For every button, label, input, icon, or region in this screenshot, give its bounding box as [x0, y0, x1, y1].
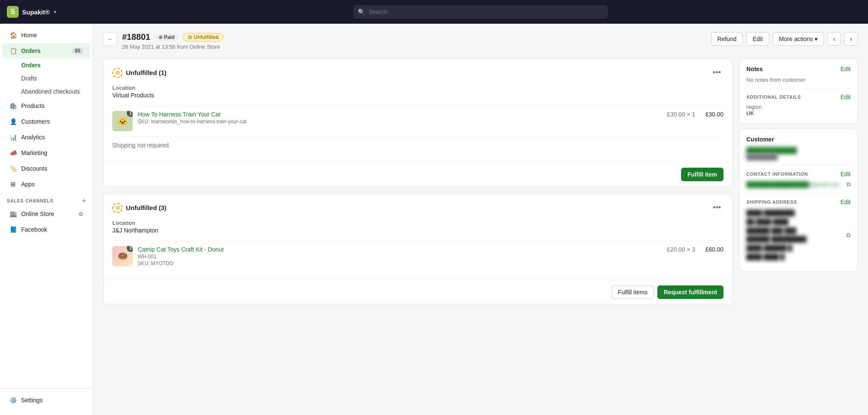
- product-price-1: £30.00 × 1: [667, 111, 696, 118]
- customer-card: Customer ████████████ ████████ CONTACT I…: [739, 129, 858, 271]
- edit-button[interactable]: Edit: [746, 32, 769, 46]
- shipping-address-row: ████ ████████ ██ ████ ████ ██████ ███ ██…: [746, 209, 851, 262]
- notes-card: Notes Edit No notes from customer ADDITI…: [739, 58, 858, 124]
- region-label: region: [746, 104, 851, 110]
- location-value-1: Virtual Products: [112, 92, 723, 99]
- sidebar-item-label-analytics: Analytics: [21, 134, 45, 141]
- fulfillment-card-1-body: ⊙ Unfulfilled (1) ••• Location Virtual P…: [104, 59, 732, 162]
- sidebar-sub-drafts[interactable]: Drafts: [3, 72, 90, 85]
- side-column: Notes Edit No notes from customer ADDITI…: [739, 58, 858, 311]
- shipping-address-title: SHIPPING ADDRESS Edit: [746, 199, 851, 205]
- sidebar-item-label-orders: Orders: [21, 47, 41, 54]
- fulfillment-card-2-body: ⊙ Unfulfilled (3) ••• Location J&J North…: [104, 194, 732, 280]
- page-header: ← #18801 Paid ⊙ Unfulfilled 26 May 2021 …: [103, 32, 858, 50]
- more-actions-button[interactable]: More actions ▾: [773, 32, 824, 46]
- shopify-logo-icon: S: [7, 6, 19, 18]
- sidebar-item-apps[interactable]: ⊞ Apps: [3, 177, 90, 192]
- sidebar-item-label-settings: Settings: [21, 397, 43, 404]
- sidebar-item-online-store[interactable]: 🏬 Online Store ⚙: [3, 206, 90, 221]
- contact-edit-button[interactable]: Edit: [840, 171, 851, 177]
- orders-icon: 📋: [9, 47, 17, 55]
- brand-dropdown-icon: ▾: [54, 9, 56, 15]
- fulfill-card-1-footer: Fulfill item: [104, 162, 732, 186]
- sidebar-item-orders[interactable]: 📋 Orders 85: [3, 43, 90, 58]
- search-bar: 🔍: [353, 5, 608, 19]
- page-subtitle: 26 May 2021 at 13:58 from Online Store: [122, 44, 711, 50]
- sidebar-nav: 🏠 Home 📋 Orders 85 Orders Drafts Abandon…: [0, 24, 93, 388]
- prev-order-button[interactable]: ‹: [827, 32, 841, 46]
- additional-details-title: ADDITIONAL DETAILS Edit: [746, 94, 851, 100]
- request-fulfillment-button[interactable]: Request fulfillment: [657, 285, 723, 299]
- marketing-icon: 📣: [9, 149, 17, 157]
- home-icon: 🏠: [9, 31, 17, 39]
- sidebar-item-settings[interactable]: ⚙️ Settings: [3, 393, 90, 408]
- location-value-2: J&J Northampton: [112, 227, 723, 234]
- copy-address-icon[interactable]: ⧉: [846, 232, 851, 239]
- paid-badge: Paid: [155, 33, 179, 41]
- sidebar-item-discounts[interactable]: 🏷️ Discounts: [3, 161, 90, 176]
- fulfill-header-2: ⊙ Unfulfilled (3) •••: [112, 202, 723, 213]
- back-button[interactable]: ←: [103, 32, 117, 46]
- customer-card-header: Customer: [746, 136, 851, 143]
- online-store-icon: 🏬: [9, 210, 17, 218]
- add-sales-channel-button[interactable]: +: [82, 197, 86, 204]
- brand[interactable]: S Supakit® ▾: [7, 6, 100, 18]
- sidebar-item-facebook[interactable]: 📘 Facebook: [3, 222, 90, 237]
- sidebar-item-marketing[interactable]: 📣 Marketing: [3, 145, 90, 160]
- sales-channels-section-title: SALES CHANNELS +: [0, 192, 93, 206]
- shipping-address-section: SHIPPING ADDRESS Edit ████ ████████ ██ █…: [746, 193, 851, 262]
- sidebar-item-label-marketing: Marketing: [21, 149, 47, 156]
- additional-edit-button[interactable]: Edit: [840, 94, 851, 100]
- product-wh-2: WH-001: [138, 254, 662, 260]
- notes-card-title: Notes: [746, 66, 763, 72]
- product-sku-2: SKU: MYOTDO: [138, 260, 662, 266]
- fulfill-card-2-footer: Fulfill items Request fulfillment: [104, 280, 732, 304]
- online-store-settings-icon[interactable]: ⚙: [78, 211, 83, 217]
- sidebar-sub-orders[interactable]: Orders: [3, 59, 90, 72]
- sidebar-sub-abandoned[interactable]: Abandoned checkouts: [3, 85, 90, 98]
- sidebar-item-analytics[interactable]: 📊 Analytics: [3, 130, 90, 145]
- sidebar-item-customers[interactable]: 👤 Customers: [3, 114, 90, 129]
- sidebar-item-label-products: Products: [21, 102, 45, 109]
- sidebar-item-label-apps: Apps: [21, 181, 35, 188]
- refund-button[interactable]: Refund: [711, 32, 743, 46]
- sidebar-bottom: ⚙️ Settings: [0, 388, 93, 415]
- sidebar-item-home[interactable]: 🏠 Home: [3, 28, 90, 43]
- unfulfilled-badge: ⊙ Unfulfilled: [183, 33, 223, 42]
- product-name-link-1[interactable]: How To Harness Train Your Cat: [138, 111, 220, 118]
- fulfill-item-button[interactable]: Fulfill item: [681, 168, 723, 181]
- fulfill-title-1: ⊙ Unfulfilled (1): [112, 68, 167, 78]
- unfulfilled-icon-1: ⊙: [112, 68, 122, 78]
- fulfill-items-button[interactable]: Fulfill items: [612, 285, 654, 299]
- product-info-2: Catnip Cat Toys Craft Kit - Donut WH-001…: [138, 246, 662, 266]
- next-order-button[interactable]: ›: [844, 32, 858, 46]
- product-name-link-2[interactable]: Catnip Cat Toys Craft Kit - Donut: [138, 246, 224, 253]
- notes-card-body: No notes from customer: [746, 77, 851, 83]
- sidebar-subnav: Orders Drafts Abandoned checkouts: [0, 59, 93, 98]
- search-input[interactable]: [353, 5, 608, 19]
- fulfillment-1-menu-button[interactable]: •••: [710, 67, 723, 78]
- page-title-row: #18801 Paid ⊙ Unfulfilled: [122, 32, 711, 42]
- contact-email-row: ████████████████@gmail.com ⧉: [746, 181, 851, 188]
- main-content: ← #18801 Paid ⊙ Unfulfilled 26 May 2021 …: [93, 24, 868, 415]
- sidebar-item-label-discounts: Discounts: [21, 165, 47, 172]
- brand-name: Supakit®: [22, 8, 50, 16]
- product-total-2: £60.00: [705, 246, 723, 253]
- shipping-edit-button[interactable]: Edit: [840, 199, 851, 205]
- fulfillment-card-1: ⊙ Unfulfilled (1) ••• Location Virtual P…: [103, 58, 732, 187]
- customer-name[interactable]: ████████████: [746, 147, 851, 154]
- fulfillment-2-menu-button[interactable]: •••: [710, 202, 723, 213]
- notes-edit-button[interactable]: Edit: [840, 66, 851, 72]
- orders-badge: 85: [72, 47, 83, 54]
- product-total-1: £30.00: [705, 111, 723, 118]
- contact-email[interactable]: ████████████████@gmail.com: [746, 181, 840, 188]
- content-columns: ⊙ Unfulfilled (1) ••• Location Virtual P…: [103, 58, 858, 311]
- contact-info-section: CONTACT INFORMATION Edit ███████████████…: [746, 165, 851, 188]
- facebook-icon: 📘: [9, 226, 17, 233]
- product-info-1: How To Harness Train Your Cat SKU: learn…: [138, 111, 662, 125]
- copy-email-icon[interactable]: ⧉: [846, 181, 851, 188]
- unfulfilled-clock-icon: ⊙: [188, 34, 192, 40]
- main-column: ⊙ Unfulfilled (1) ••• Location Virtual P…: [103, 58, 732, 311]
- sidebar-item-products[interactable]: 🛍️ Products: [3, 98, 90, 113]
- location-label-2: Location: [112, 220, 723, 226]
